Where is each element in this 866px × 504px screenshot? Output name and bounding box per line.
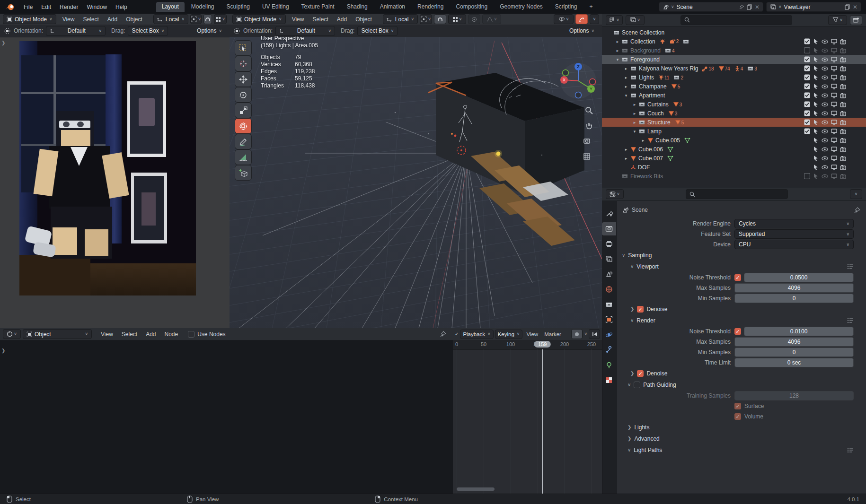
outliner-label[interactable]: Structure (647, 119, 671, 126)
properties-tab-world[interactable] (602, 283, 616, 296)
new-view-layer-icon[interactable] (845, 4, 850, 10)
viewport-menu-select[interactable]: Select (79, 16, 103, 23)
drag-dropdown[interactable]: Select Box∨ (357, 26, 398, 36)
visibility-checkbox[interactable] (804, 92, 810, 98)
hide-viewport-toggle[interactable] (822, 165, 828, 170)
field-dropdown[interactable]: Cycles∨ (734, 219, 854, 228)
expand-arrow[interactable]: ▾ (615, 57, 620, 62)
outliner-label[interactable]: Cube.006 (638, 146, 663, 153)
show-object-types-dropdown[interactable]: ∨ (554, 14, 574, 24)
hide-viewport-toggle[interactable] (822, 129, 828, 134)
current-frame-badge[interactable]: 159 (534, 341, 550, 348)
outliner-row-collection[interactable]: ▸Collection2 (602, 37, 866, 46)
field-dropdown[interactable]: Supported∨ (734, 229, 854, 239)
shader-menu-add[interactable]: Add (141, 331, 160, 338)
outliner-row-foreground[interactable]: ▾Foreground (602, 55, 866, 64)
properties-tab-physics[interactable] (602, 328, 616, 341)
disable-viewport-toggle[interactable] (831, 57, 837, 62)
timeline-track-area[interactable] (453, 349, 602, 494)
tool-move[interactable] (235, 72, 251, 87)
expand-arrow[interactable]: ▸ (632, 102, 637, 107)
menu-window[interactable]: Window (82, 4, 111, 10)
setting-slider[interactable]: 0.0500 (744, 273, 854, 282)
setting-checkbox[interactable]: ✓ (734, 274, 741, 281)
properties-tab-view-layer[interactable] (602, 252, 616, 266)
expand-arrow[interactable]: ▾ (624, 93, 628, 98)
auto-keying-record-button[interactable] (571, 329, 583, 339)
viewport-menu-object[interactable]: Object (351, 16, 376, 23)
selectable-toggle[interactable] (813, 47, 819, 53)
properties-tab-object-data[interactable] (602, 358, 616, 372)
hide-viewport-toggle[interactable] (822, 147, 828, 152)
viewport-menu-object[interactable]: Object (122, 16, 147, 23)
editor-type-timeline-dropdown[interactable]: ✓ (455, 332, 459, 337)
panel-viewport-denoise-checkbox[interactable]: ✓ (637, 306, 644, 313)
mode-selector[interactable]: Object Mode ∨ (232, 14, 286, 24)
disable-render-toggle[interactable] (840, 156, 846, 161)
outliner-label[interactable]: Background (630, 47, 661, 54)
expand-arrow[interactable]: ▸ (632, 111, 637, 116)
visibility-checkbox[interactable] (804, 56, 810, 62)
visibility-checkbox[interactable] (804, 101, 810, 107)
disable-render-toggle[interactable] (840, 147, 846, 152)
panel-path-guiding-checkbox[interactable] (634, 382, 640, 388)
outliner-label[interactable]: Cube.005 (655, 137, 680, 144)
selectable-toggle[interactable] (813, 74, 819, 80)
viewport-menu-view[interactable]: View (288, 16, 309, 23)
outliner-row-cube-005[interactable]: ▸Cube.005 (602, 136, 866, 145)
panel-render-denoise[interactable]: ❯✓Denoise (622, 368, 860, 379)
hide-viewport-toggle[interactable] (822, 111, 828, 116)
outliner-row-firework-bits[interactable]: Firework Bits (602, 172, 866, 181)
timeline-view-menu[interactable]: View (524, 331, 540, 337)
disable-render-toggle[interactable] (840, 84, 846, 89)
orientation-dropdown[interactable]: Default∨ (275, 26, 335, 36)
surface-checkbox[interactable]: ✓ (734, 403, 741, 409)
timeline-marker-menu[interactable]: Marker (542, 331, 564, 337)
outliner-row-dof[interactable]: DOF (602, 163, 866, 172)
expand-arrow[interactable]: ▸ (624, 156, 628, 161)
menu-render[interactable]: Render (55, 4, 82, 10)
disable-viewport-toggle[interactable] (831, 84, 837, 89)
setting-slider[interactable]: 4096 (734, 337, 854, 347)
outliner-label[interactable]: Cube.007 (638, 155, 663, 162)
outliner-row-apartment[interactable]: ▾Apartment (602, 91, 866, 100)
outliner-label[interactable]: Champane (639, 83, 667, 90)
jump-to-start-button[interactable] (589, 329, 600, 339)
selectable-toggle[interactable] (813, 119, 819, 125)
transform-orientation-dropdown[interactable]: Local ∨ (153, 14, 188, 24)
setting-checkbox[interactable]: ✓ (734, 328, 741, 335)
selectable-toggle[interactable] (813, 155, 819, 161)
hide-viewport-toggle[interactable] (822, 93, 828, 98)
disable-viewport-toggle[interactable] (831, 48, 837, 53)
viewport-shading-dropdown[interactable]: ∨ (590, 14, 599, 24)
selectable-toggle[interactable] (813, 92, 819, 98)
menu-edit[interactable]: Edit (37, 4, 55, 10)
properties-tab-output[interactable] (602, 237, 616, 251)
outliner-row-couch[interactable]: ▸Couch3 (602, 109, 866, 118)
playhead[interactable] (542, 349, 543, 494)
expand-arrow[interactable]: ▸ (624, 66, 628, 71)
outliner-row-lights[interactable]: ▸Lights112 (602, 73, 866, 82)
remove-view-layer-icon[interactable]: ✕ (853, 4, 857, 10)
hide-viewport-toggle[interactable] (822, 138, 828, 143)
pin-icon[interactable] (854, 207, 860, 213)
viewport-menu-select[interactable]: Select (308, 16, 332, 23)
options-dropdown[interactable]: Options∨ (193, 26, 226, 36)
presets-icon[interactable] (847, 264, 854, 269)
shader-menu-node[interactable]: Node (160, 331, 183, 338)
editor-type-outliner-dropdown[interactable]: ∨ (606, 15, 623, 25)
editor-type-properties-dropdown[interactable]: ∨ (606, 189, 624, 199)
disable-render-toggle[interactable] (840, 48, 846, 53)
disable-render-toggle[interactable] (840, 102, 846, 107)
snap-settings-dropdown[interactable]: ∨ (448, 14, 466, 24)
workspace-tab-texture-paint[interactable]: Texture Paint (296, 2, 340, 12)
pivot-point-dropdown[interactable]: ∨ (190, 14, 202, 24)
outliner-search-input[interactable] (680, 15, 792, 25)
filter-dropdown[interactable]: ∨ (828, 15, 847, 25)
outliner-row-structure[interactable]: ▸Structure5 (602, 118, 866, 127)
hide-viewport-toggle[interactable] (822, 156, 828, 161)
outliner-row-cube-006[interactable]: ▸Cube.006 (602, 145, 866, 154)
outliner-label[interactable]: Lights (639, 74, 654, 81)
add-workspace-button[interactable]: + (584, 2, 599, 12)
viewport-menu-view[interactable]: View (58, 16, 79, 23)
